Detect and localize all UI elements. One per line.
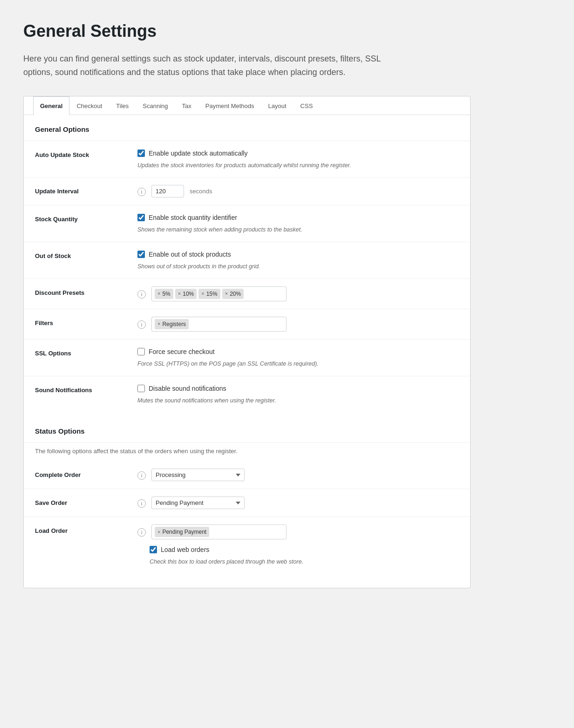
complete-order-field: i Processing Completed Pending Payment O… xyxy=(126,461,470,489)
discount-tag-20-close[interactable]: × xyxy=(225,291,228,296)
general-options-table: Auto Update Stock Enable update stock au… xyxy=(24,141,470,413)
update-interval-input[interactable] xyxy=(151,185,184,197)
ssl-options-field: Force secure checkout Force SSL (HTTPS) … xyxy=(126,339,470,376)
complete-order-label: Complete Order xyxy=(24,461,126,489)
sound-notifications-checkbox-label: Disable sound notifications xyxy=(149,384,226,394)
tab-general[interactable]: General xyxy=(33,96,69,116)
status-options-desc: The following options affect the status … xyxy=(24,443,470,462)
filter-tag-registers-close[interactable]: × xyxy=(157,321,160,327)
tab-checkout[interactable]: Checkout xyxy=(69,96,109,116)
tabs-container: General Checkout Tiles Scanning Tax Paym… xyxy=(24,96,470,116)
discount-tag-15-close[interactable]: × xyxy=(201,291,204,296)
out-of-stock-checkbox[interactable] xyxy=(137,251,145,258)
discount-tag-10: × 10% xyxy=(175,289,197,299)
complete-order-info-icon: i xyxy=(137,471,146,480)
discount-tag-5: × 5% xyxy=(155,289,173,299)
out-of-stock-desc: Shows out of stock products in the produ… xyxy=(137,262,459,271)
general-options-title: General Options xyxy=(24,115,470,141)
filters-info-icon: i xyxy=(137,320,146,329)
load-order-label: Load Order xyxy=(24,517,126,574)
status-options-title: Status Options xyxy=(24,417,470,443)
auto-update-stock-checkbox[interactable] xyxy=(137,150,145,157)
discount-tag-5-close[interactable]: × xyxy=(157,291,160,296)
out-of-stock-checkbox-label: Enable out of stock products xyxy=(149,250,231,259)
update-interval-label: Update Interval xyxy=(24,177,126,205)
filters-field: i × Registers xyxy=(126,309,470,339)
discount-presets-info-icon: i xyxy=(137,290,146,299)
tab-scanning[interactable]: Scanning xyxy=(136,96,175,116)
ssl-options-desc: Force SSL (HTTPS) on the POS page (an SS… xyxy=(137,360,459,368)
filters-tag-input[interactable]: × Registers xyxy=(151,317,287,332)
status-options-table: Complete Order i Processing Completed Pe… xyxy=(24,461,470,574)
stock-quantity-checkbox[interactable] xyxy=(137,214,145,221)
sound-notifications-desc: Mutes the sound notifications when using… xyxy=(137,396,459,405)
load-web-orders-desc: Check this box to load orders placed thr… xyxy=(150,558,459,566)
stock-quantity-field: Enable stock quantity identifier Shows t… xyxy=(126,205,470,242)
auto-update-stock-checkbox-label: Enable update stock automatically xyxy=(149,149,247,158)
discount-presets-tag-input[interactable]: × 5% × 10% × 15% × 20% xyxy=(151,286,287,301)
save-order-select[interactable]: Pending Payment Processing Completed On … xyxy=(151,497,245,509)
filter-tag-registers: × Registers xyxy=(155,319,189,329)
filters-label: Filters xyxy=(24,309,126,339)
complete-order-select[interactable]: Processing Completed Pending Payment On … xyxy=(151,469,245,481)
load-order-row: Load Order i × Pending Payment Load web … xyxy=(24,517,470,574)
update-interval-info-icon: i xyxy=(137,188,146,196)
ssl-options-checkbox[interactable] xyxy=(137,348,145,355)
ssl-options-checkbox-label: Force secure checkout xyxy=(149,347,215,357)
load-order-info-icon: i xyxy=(137,528,146,537)
load-order-tag-pending-close[interactable]: × xyxy=(157,530,160,535)
stock-quantity-desc: Shows the remaining stock when adding pr… xyxy=(137,225,459,234)
sound-notifications-field: Disable sound notifications Mutes the so… xyxy=(126,376,470,412)
save-order-field: i Pending Payment Processing Completed O… xyxy=(126,489,470,517)
out-of-stock-label: Out of Stock xyxy=(24,242,126,279)
update-interval-suffix: seconds xyxy=(190,187,212,196)
auto-update-stock-row: Auto Update Stock Enable update stock au… xyxy=(24,141,470,177)
tab-tiles[interactable]: Tiles xyxy=(109,96,136,116)
tab-css[interactable]: CSS xyxy=(294,96,320,116)
load-order-tag-input[interactable]: × Pending Payment xyxy=(151,524,287,539)
stock-quantity-checkbox-label: Enable stock quantity identifier xyxy=(149,213,237,223)
update-interval-row: Update Interval i seconds xyxy=(24,177,470,205)
auto-update-stock-desc: Updates the stock inventories for produc… xyxy=(137,161,459,170)
sound-notifications-row: Sound Notifications Disable sound notifi… xyxy=(24,376,470,412)
discount-tag-15: × 15% xyxy=(198,289,220,299)
filters-row: Filters i × Registers xyxy=(24,309,470,339)
stock-quantity-row: Stock Quantity Enable stock quantity ide… xyxy=(24,205,470,242)
ssl-options-row: SSL Options Force secure checkout Force … xyxy=(24,339,470,376)
save-order-label: Save Order xyxy=(24,489,126,517)
load-order-tag-pending: × Pending Payment xyxy=(155,527,209,537)
stock-quantity-label: Stock Quantity xyxy=(24,205,126,242)
update-interval-field: i seconds xyxy=(126,177,470,205)
settings-card: General Checkout Tiles Scanning Tax Paym… xyxy=(23,96,471,589)
discount-presets-row: Discount Presets i × 5% × 10% xyxy=(24,279,470,309)
save-order-row: Save Order i Pending Payment Processing … xyxy=(24,489,470,517)
sound-notifications-label: Sound Notifications xyxy=(24,376,126,412)
out-of-stock-field: Enable out of stock products Shows out o… xyxy=(126,242,470,279)
save-order-info-icon: i xyxy=(137,499,146,508)
tab-payment-methods[interactable]: Payment Methods xyxy=(198,96,261,116)
load-web-orders-checkbox-label: Load web orders xyxy=(161,545,209,555)
auto-update-stock-field: Enable update stock automatically Update… xyxy=(126,141,470,177)
page-title: General Settings xyxy=(23,19,551,44)
tab-tax[interactable]: Tax xyxy=(175,96,198,116)
ssl-options-label: SSL Options xyxy=(24,339,126,376)
sound-notifications-checkbox[interactable] xyxy=(137,385,145,392)
discount-presets-field: i × 5% × 10% × 15% xyxy=(126,279,470,309)
discount-tag-20: × 20% xyxy=(222,289,244,299)
out-of-stock-row: Out of Stock Enable out of stock product… xyxy=(24,242,470,279)
tab-layout[interactable]: Layout xyxy=(261,96,294,116)
load-order-field: i × Pending Payment Load web orders Chec… xyxy=(126,517,470,574)
load-web-orders-checkbox[interactable] xyxy=(150,546,157,553)
discount-presets-label: Discount Presets xyxy=(24,279,126,309)
complete-order-row: Complete Order i Processing Completed Pe… xyxy=(24,461,470,489)
auto-update-stock-label: Auto Update Stock xyxy=(24,141,126,177)
page-description: Here you can find general settings such … xyxy=(23,52,405,79)
discount-tag-10-close[interactable]: × xyxy=(178,291,181,296)
